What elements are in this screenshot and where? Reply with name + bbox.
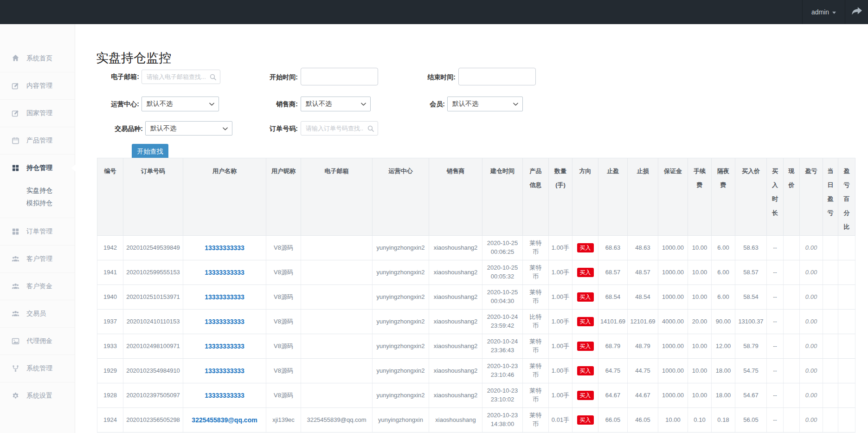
chevron-down-icon <box>223 127 228 130</box>
cell-profit_pct <box>838 408 855 433</box>
sidebar-item-home[interactable]: 系统首页 <box>0 45 75 72</box>
cell-open_time: 2020-10-23 23:10:02 <box>482 383 523 408</box>
cell-stop_loss: 48.79 <box>628 334 658 359</box>
sidebar-item-grid[interactable]: 订单管理 <box>0 218 75 245</box>
gear-icon <box>12 392 20 400</box>
cell-nickname: xji139ec <box>266 408 301 433</box>
username-link[interactable]: 13333333333 <box>205 343 244 350</box>
search-button[interactable]: 开始查找 <box>132 144 168 160</box>
sidebar-item-branch[interactable]: 系统管理 <box>0 355 75 382</box>
username-link[interactable]: 3225455839@qq.com <box>192 416 257 424</box>
cell-email <box>301 310 373 334</box>
sidebar-item-users[interactable]: 客户资金 <box>0 272 75 300</box>
cell-take_profit: 68.63 <box>598 236 628 260</box>
cell-hold_duration: -- <box>767 310 784 334</box>
column-header-id: 编号 <box>97 158 123 236</box>
cell-open_time: 2020-10-25 00:04:30 <box>482 285 523 310</box>
sidebar-item-grid[interactable]: 持仓管理 <box>0 154 75 181</box>
cell-overnight_fee: 90.00 <box>712 310 735 334</box>
symbol-select[interactable]: 默认不选 <box>145 121 232 136</box>
cell-id: 1941 <box>97 260 123 285</box>
sidebar-item-edit[interactable]: 国家管理 <box>0 99 75 127</box>
cell-margin: 1000.00 <box>658 260 688 285</box>
cell-current_price <box>784 260 800 285</box>
table-row: 1933202010249810097113333333333V8源码yunyi… <box>97 334 855 359</box>
cell-direction: 买入 <box>572 334 598 359</box>
op-center-select[interactable]: 默认不选 <box>141 97 219 111</box>
logout-button[interactable] <box>845 0 868 24</box>
sidebar-item-users[interactable]: 客户管理 <box>0 245 75 272</box>
username-link[interactable]: 13333333333 <box>205 367 244 375</box>
cell-username: 13333333333 <box>183 359 266 383</box>
cell-profit: 0.00 <box>800 359 823 383</box>
order-no-input[interactable] <box>301 121 378 136</box>
cell-fee: 10.00 <box>688 334 712 359</box>
start-time-input[interactable] <box>301 68 378 85</box>
sidebar-subitem[interactable]: 模拟持仓 <box>26 197 75 209</box>
direction-badge: 买入 <box>577 366 594 375</box>
cell-current_price <box>784 334 800 359</box>
username-link[interactable]: 13333333333 <box>205 392 244 399</box>
sidebar-item-gear[interactable]: 系统设置 <box>0 382 75 409</box>
direction-badge: 买入 <box>577 342 594 351</box>
edit-icon <box>12 110 20 117</box>
sidebar-item-label: 国家管理 <box>26 109 52 117</box>
cell-profit_pct <box>838 260 855 285</box>
users-icon <box>12 255 20 263</box>
column-header-day_profit: 当 日 盈 亏 <box>823 158 838 236</box>
cell-product: 莱特 币 <box>523 334 549 359</box>
cell-fee: 10.00 <box>688 285 712 310</box>
cell-current_price <box>784 236 800 260</box>
cell-stop_loss: 44.75 <box>628 359 658 383</box>
member-select[interactable]: 默认不选 <box>447 97 523 111</box>
cell-overnight_fee: 18.00 <box>712 383 735 408</box>
cell-overnight_fee: 6.00 <box>712 236 735 260</box>
email-input[interactable] <box>141 70 220 84</box>
positions-table: 编号订单号码用户名称用户昵称电子邮箱运营中心销售商建仓时间产品 信息数量 (手)… <box>97 158 855 433</box>
cell-seller: xiaoshoushang2 <box>429 236 482 260</box>
sidebar-item-label: 内容管理 <box>26 82 52 90</box>
cell-seller: xiaoshoushang2 <box>429 310 482 334</box>
sidebar-item-calendar[interactable]: 产品管理 <box>0 127 75 154</box>
sidebar-subitem[interactable]: 实盘持仓 <box>26 184 75 197</box>
table-row: 1928202010239750509713333333333V8源码yunyi… <box>97 383 855 408</box>
cell-email <box>301 334 373 359</box>
cell-order_no: 2020102498100971 <box>123 334 183 359</box>
cell-buy_price: 58.57 <box>735 260 767 285</box>
sidebar-item-image[interactable]: 代理佣金 <box>0 327 75 355</box>
username-link[interactable]: 13333333333 <box>205 293 244 301</box>
sidebar-item-users[interactable]: 交易员 <box>0 300 75 327</box>
cell-id: 1928 <box>97 383 123 408</box>
user-menu[interactable]: admin <box>802 0 845 24</box>
cell-fee: 20.00 <box>688 310 712 334</box>
cell-op_center: yunyingzhongxin2 <box>373 310 429 334</box>
username-link[interactable]: 13333333333 <box>205 318 244 325</box>
cell-take_profit: 68.57 <box>598 260 628 285</box>
cell-profit_pct <box>838 285 855 310</box>
sidebar-item-edit[interactable]: 内容管理 <box>0 72 75 99</box>
username-link[interactable]: 13333333333 <box>205 244 244 252</box>
username-link[interactable]: 13333333333 <box>205 269 244 276</box>
page-title: 实盘持仓监控 <box>96 50 171 66</box>
seller-select[interactable]: 默认不选 <box>301 97 371 111</box>
cell-margin: 1000.00 <box>658 334 688 359</box>
cell-margin: 1000.00 <box>658 359 688 383</box>
cell-seller: xiaoshoushang2 <box>429 285 482 310</box>
cell-username: 3225455839@qq.com <box>183 408 266 433</box>
cell-hold_duration: -- <box>767 334 784 359</box>
cell-op_center: yunyingzhongxin <box>373 408 429 433</box>
sidebar-item-label: 产品管理 <box>26 136 52 145</box>
cell-current_price <box>784 408 800 433</box>
cell-nickname: V8源码 <box>266 285 301 310</box>
cell-margin: 1000.00 <box>658 285 688 310</box>
op-center-label: 运营中心: <box>75 100 139 109</box>
cell-product: 莱特 币 <box>523 359 549 383</box>
cell-stop_loss: 44.67 <box>628 383 658 408</box>
cell-op_center: yunyingzhongxin2 <box>373 260 429 285</box>
symbol-label: 交易品种: <box>75 125 143 133</box>
chevron-down-icon <box>513 103 518 106</box>
end-time-input[interactable] <box>459 68 535 85</box>
sidebar: 系统首页内容管理国家管理产品管理持仓管理实盘持仓模拟持仓订单管理客户管理客户资金… <box>0 24 75 433</box>
cell-product: 莱特 币 <box>523 236 549 260</box>
cell-nickname: V8源码 <box>266 383 301 408</box>
